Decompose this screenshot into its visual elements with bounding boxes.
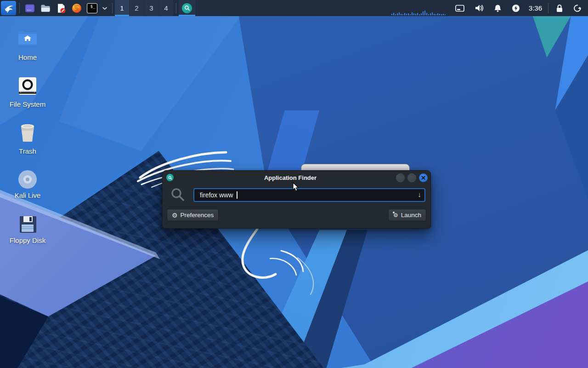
preferences-label: Preferences — [181, 212, 214, 218]
panel-launchers: $_ — [0, 0, 115, 16]
lock-screen-button[interactable] — [551, 0, 568, 16]
desktop-icon-label: Home — [18, 53, 37, 61]
dropdown-arrow-icon[interactable]: ↓ — [418, 190, 422, 198]
workspace-1-button[interactable]: 1 — [115, 0, 129, 16]
chevron-down-icon — [102, 6, 107, 10]
launch-button[interactable]: ⚙ Launch — [388, 209, 426, 221]
workspace-3-button[interactable]: 3 — [144, 0, 158, 16]
logout-button[interactable] — [568, 0, 588, 16]
launcher-file-manager[interactable] — [38, 0, 53, 16]
tray-volume-button[interactable] — [469, 0, 489, 16]
power-manager-icon — [512, 4, 520, 12]
kali-logo-icon — [1, 1, 16, 15]
desktop-icon-label: Floppy Disk — [10, 236, 45, 244]
search-icon — [170, 187, 186, 203]
launcher-terminal-app[interactable] — [22, 0, 38, 16]
top-panel: $_ 1 2 3 4 — [0, 0, 588, 16]
optical-disc-icon — [17, 166, 38, 190]
desktop-icon-kali-live[interactable]: Kali Live — [6, 166, 50, 199]
search-icon — [182, 3, 192, 13]
panel-separator — [548, 3, 548, 13]
desktop-icon-label: File System — [10, 100, 45, 108]
launcher-overflow-chevron[interactable] — [100, 0, 110, 16]
desktop-icon-file-system[interactable]: File System — [6, 72, 50, 108]
panel-clock[interactable]: 3:36 — [525, 4, 546, 12]
application-finder-window: Application Finder ↓ ⚙ Preferences ⚙ — [162, 170, 431, 229]
launch-icon: ⚙ — [393, 212, 398, 218]
trash-icon — [18, 119, 37, 143]
hard-drive-icon — [18, 72, 37, 96]
desktop-icon-list: Home File System Trash — [6, 22, 50, 255]
system-monitor-graph[interactable] — [391, 0, 450, 16]
folder-icon — [40, 3, 51, 14]
volume-icon — [475, 4, 484, 12]
desktop-icon-floppy-disk[interactable]: Floppy Disk — [6, 210, 50, 244]
keyboard-icon — [455, 5, 464, 12]
purple-terminal-icon — [24, 3, 35, 14]
text-caret — [237, 191, 237, 199]
launch-label: Launch — [401, 212, 421, 218]
applications-menu-button[interactable] — [0, 0, 17, 16]
terminal-icon: $_ — [87, 3, 97, 13]
desktop-icon-trash[interactable]: Trash — [6, 119, 50, 155]
launcher-firefox[interactable] — [69, 0, 85, 16]
search-row: ↓ — [163, 184, 430, 203]
lock-icon — [556, 4, 563, 12]
workspace-4-button[interactable]: 4 — [159, 0, 173, 16]
close-icon — [421, 176, 425, 180]
tray-notifications-button[interactable] — [489, 0, 507, 16]
search-input[interactable] — [193, 188, 425, 202]
workspace-2-button[interactable]: 2 — [130, 0, 144, 16]
logout-icon — [573, 4, 582, 12]
bell-icon — [494, 4, 502, 12]
taskbar-application-finder[interactable] — [179, 0, 195, 16]
tray-power-manager-button[interactable] — [507, 0, 525, 16]
titlebar[interactable]: Application Finder — [163, 171, 430, 184]
action-row: ⚙ Preferences ⚙ Launch — [163, 203, 430, 221]
maximize-button[interactable] — [407, 173, 416, 182]
workspace-switcher: 1 2 3 4 — [115, 0, 179, 16]
home-folder-icon — [17, 22, 38, 46]
desktop-icon-label: Kali Live — [15, 191, 41, 199]
tray-keyboard-button[interactable] — [450, 0, 469, 16]
preferences-button[interactable]: ⚙ Preferences — [167, 209, 219, 221]
panel-separator — [19, 3, 20, 13]
minimize-button[interactable] — [396, 173, 405, 182]
application-finder-icon — [166, 174, 174, 181]
launcher-terminal-emulator[interactable]: $_ — [85, 0, 100, 16]
desktop-icon-home[interactable]: Home — [6, 22, 50, 61]
launcher-text-editor[interactable] — [53, 0, 69, 16]
search-input-wrap: ↓ — [193, 188, 425, 202]
text-editor-icon — [56, 3, 67, 14]
close-button[interactable] — [419, 173, 428, 182]
window-title: Application Finder — [174, 174, 393, 181]
desktop-icon-label: Trash — [19, 147, 36, 155]
floppy-disk-icon — [18, 210, 37, 234]
gear-icon: ⚙ — [172, 212, 178, 218]
panel-separator — [176, 3, 176, 13]
firefox-icon — [71, 3, 82, 14]
panel-separator — [112, 3, 113, 13]
